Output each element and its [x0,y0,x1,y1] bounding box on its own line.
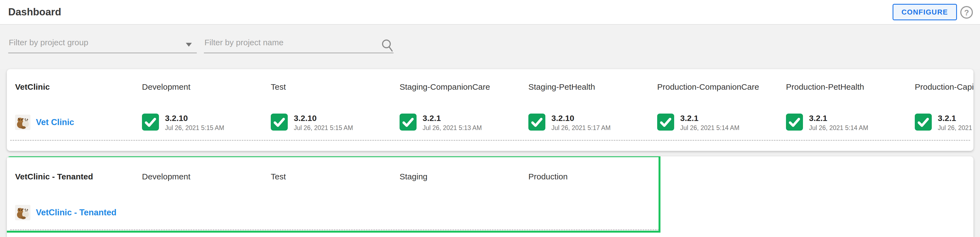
deployment-version: 3.2.1 [423,114,482,123]
deployment[interactable]: 3.2.10Jul 26, 2021 5:15 AM [142,114,267,131]
environment-header: Production-PetHealth [782,82,911,91]
environment-header: Staging [396,172,525,181]
deployment-cell: 3.2.1Jul 26, 2021 5:13 AM [396,114,525,131]
deployment[interactable]: 3.2.1Jul 26, 2021 5:14 [915,114,974,131]
project-avatar [15,115,30,130]
project-name-filter-input[interactable] [204,35,393,53]
project-avatar [15,205,30,220]
project-group-card: VetClinic - TenantedDevelopmentTestStagi… [7,156,974,237]
environment-header: Development [138,172,267,181]
deployment-version: 3.2.10 [294,114,353,123]
deployment-timestamp: Jul 26, 2021 5:14 AM [680,124,740,131]
deployment-timestamp: Jul 26, 2021 5:14 AM [809,124,868,131]
project-group-name: VetClinic - Tenanted [7,172,138,181]
deployment-cell: 3.2.1Jul 26, 2021 5:14 AM [782,114,911,131]
deployment[interactable]: 3.2.10Jul 26, 2021 5:17 AM [528,114,653,131]
deployment-cell: 3.2.10Jul 26, 2021 5:15 AM [267,114,396,131]
deployment-version: 3.2.1 [938,114,974,123]
project-link[interactable]: VetClinic - Tenanted [36,208,116,218]
deployment-timestamp: Jul 26, 2021 5:14 [938,124,974,131]
success-check-icon [399,114,417,131]
deployment-version: 3.2.10 [165,114,224,123]
project-cell: VetClinic - Tenanted [7,205,138,220]
environment-header-row: VetClinic - TenantedDevelopmentTestStagi… [7,172,974,181]
help-icon[interactable]: ? [960,6,973,19]
deployment-timestamp: Jul 26, 2021 5:13 AM [423,124,482,131]
environment-header: Production-CompanionCare [653,82,782,91]
deployment[interactable]: 3.2.1Jul 26, 2021 5:14 AM [657,114,782,131]
project-link[interactable]: Vet Clinic [36,117,74,127]
deployment[interactable]: 3.2.1Jul 26, 2021 5:13 AM [399,114,525,131]
deployment-info: 3.2.1Jul 26, 2021 5:14 [938,114,974,131]
top-bar: Dashboard CONFIGURE ? [0,0,980,25]
environment-header: Development [138,82,267,91]
environment-header: Production-Capi [911,82,974,91]
environment-header: Test [267,82,396,91]
deployment-info: 3.2.1Jul 26, 2021 5:14 AM [680,114,740,131]
deployment-info: 3.2.10Jul 26, 2021 5:15 AM [294,114,353,131]
deployment-timestamp: Jul 26, 2021 5:17 AM [551,124,611,131]
environment-header: Staging-PetHealth [525,82,653,91]
environment-header: Test [267,172,396,181]
deployment-version: 3.2.1 [680,114,740,123]
success-check-icon [528,114,546,131]
project-cell: Vet Clinic [7,115,138,130]
row-separator [10,140,970,141]
success-check-icon [271,114,288,131]
deployment[interactable]: 3.2.10Jul 26, 2021 5:15 AM [271,114,396,131]
row-separator [10,229,659,230]
page-title: Dashboard [8,0,61,24]
project-row: VetClinic - Tenanted [7,203,974,222]
configure-button[interactable]: CONFIGURE [892,4,957,20]
project-name-filter [204,35,393,53]
deployment-info: 3.2.1Jul 26, 2021 5:14 AM [809,114,868,131]
success-check-icon [142,114,159,131]
filter-bar [0,25,980,69]
deployment-version: 3.2.10 [551,114,611,123]
deployment-info: 3.2.10Jul 26, 2021 5:15 AM [165,114,224,131]
deployment-cell: 3.2.10Jul 26, 2021 5:17 AM [525,114,653,131]
chevron-down-icon[interactable] [186,43,192,46]
deployment-cell: 3.2.1Jul 26, 2021 5:14 [911,114,974,131]
deployment-info: 3.2.10Jul 26, 2021 5:17 AM [551,114,611,131]
deployment[interactable]: 3.2.1Jul 26, 2021 5:14 AM [786,114,911,131]
deployment-info: 3.2.1Jul 26, 2021 5:13 AM [423,114,482,131]
success-check-icon [657,114,674,131]
success-check-icon [786,114,803,131]
environment-header-row: VetClinicDevelopmentTestStaging-Companio… [7,82,974,91]
project-row: Vet Clinic3.2.10Jul 26, 2021 5:15 AM3.2.… [7,113,974,132]
environment-header: Staging-CompanionCare [396,82,525,91]
success-check-icon [915,114,932,131]
deployment-version: 3.2.1 [809,114,868,123]
deployment-timestamp: Jul 26, 2021 5:15 AM [294,124,353,131]
project-group-card: VetClinicDevelopmentTestStaging-Companio… [7,69,974,151]
deployment-cell: 3.2.1Jul 26, 2021 5:14 AM [653,114,782,131]
project-group-filter [8,35,197,53]
deployment-cell: 3.2.10Jul 26, 2021 5:15 AM [138,114,267,131]
project-group-filter-input[interactable] [8,35,197,53]
environment-header: Production [525,172,653,181]
search-icon [381,38,393,53]
project-group-name: VetClinic [7,82,138,91]
deployment-timestamp: Jul 26, 2021 5:15 AM [165,124,224,131]
